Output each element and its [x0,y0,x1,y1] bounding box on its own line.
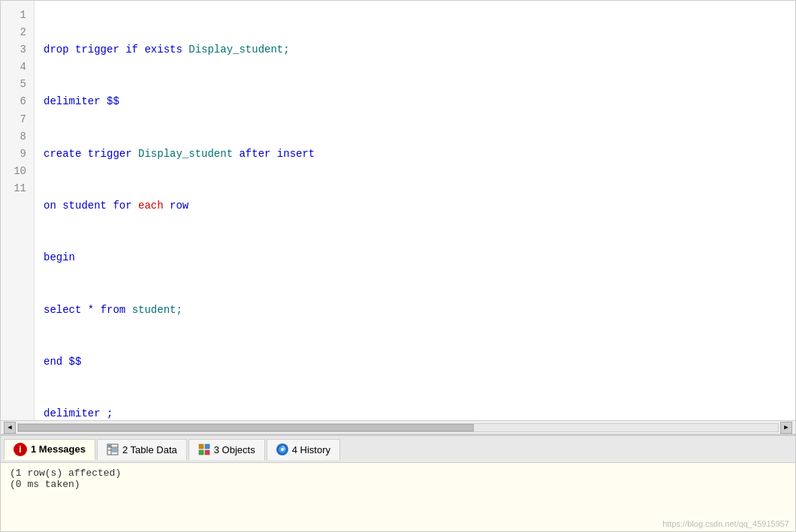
code-line-8: delimiter ; [44,405,786,420]
svg-rect-10 [205,450,210,455]
svg-rect-4 [108,445,110,446]
message-content: (1 row(s) affected) (0 ms taken) https:/… [1,463,795,531]
tab-messages-label: 1 Messages [31,443,86,455]
main-container: 1 2 3 4 5 6 7 8 9 10 11 drop trigger if … [0,0,796,532]
svg-rect-8 [205,444,210,449]
scroll-thumb[interactable] [18,424,474,431]
svg-rect-6 [112,451,117,452]
svg-rect-9 [199,450,204,455]
code-lines[interactable]: drop trigger if exists Display_student; … [35,1,795,420]
code-line-6: select * from student; [44,302,786,319]
tab-history-label: 4 History [292,444,330,455]
tab-bar: i 1 Messages 2 Table Data [1,436,795,463]
line-numbers: 1 2 3 4 5 6 7 8 9 10 11 [1,1,35,420]
table-icon [107,443,119,455]
watermark: https://blog.csdn.net/qq_45915957 [662,519,789,528]
tab-tabledata[interactable]: 2 Table Data [97,439,187,460]
code-line-4: on student for each row [44,197,786,215]
svg-point-13 [281,448,284,451]
history-icon [276,443,288,455]
tab-objects[interactable]: 3 Objects [188,439,265,460]
tab-objects-label: 3 Objects [214,444,255,455]
code-line-1: drop trigger if exists Display_student; [44,41,786,59]
code-line-3: create trigger Display_student after ins… [44,146,786,163]
svg-rect-5 [112,448,117,449]
tab-tabledata-label: 2 Table Data [122,444,177,455]
info-icon: i [14,443,27,456]
scroll-left-arrow[interactable]: ◀ [4,422,16,434]
horizontal-scrollbar[interactable]: ◀ ▶ [1,420,795,434]
code-line-2: delimiter $$ [44,93,786,110]
svg-rect-7 [199,444,204,449]
code-content: 1 2 3 4 5 6 7 8 9 10 11 drop trigger if … [1,1,795,420]
tab-history[interactable]: 4 History [267,439,340,460]
tab-messages[interactable]: i 1 Messages [4,439,95,460]
bottom-panel: i 1 Messages 2 Table Data [0,434,796,532]
message-line-1: (1 row(s) affected) [10,467,786,479]
message-line-2: (0 ms taken) [10,479,786,490]
code-line-7: end $$ [44,353,786,371]
objects-icon [198,443,210,455]
scroll-right-arrow[interactable]: ▶ [780,422,792,434]
scroll-track[interactable] [17,423,779,432]
code-line-5: begin [44,249,786,266]
code-editor: 1 2 3 4 5 6 7 8 9 10 11 drop trigger if … [0,0,796,434]
